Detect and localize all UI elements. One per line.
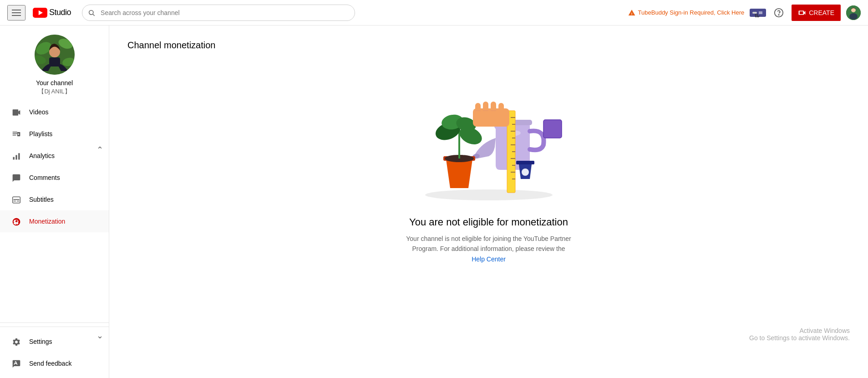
tubebuddy-banner[interactable]: ! TubeBuddy Sign-in Required, Click Here [628, 9, 745, 16]
search-icon [82, 9, 101, 16]
camera-icon [798, 9, 806, 17]
svg-rect-30 [18, 153, 20, 159]
sidebar-item-feedback[interactable]: Send feedback [0, 352, 109, 374]
sidebar-item-playlists[interactable]: Playlists [0, 123, 109, 145]
channel-avatar[interactable] [35, 35, 75, 75]
sidebar-item-analytics-label: Analytics [29, 152, 55, 159]
sidebar-divider [0, 327, 109, 327]
sidebar-item-monetization-label: Monetization [29, 218, 65, 225]
create-label: CREATE [809, 9, 834, 16]
tubebuddy-dropdown-icon [758, 10, 763, 15]
svg-rect-24 [13, 133, 17, 134]
help-button[interactable] [772, 5, 786, 20]
analytics-icon [11, 151, 22, 160]
svg-rect-63 [491, 102, 496, 112]
subtitles-icon [11, 194, 22, 204]
video-icon [11, 107, 22, 117]
sidebar-item-settings[interactable]: Settings [0, 331, 109, 352]
svg-point-2 [89, 10, 93, 14]
tubebuddy-text: TubeBuddy Sign-in Required, Click Here [638, 9, 745, 16]
svg-rect-25 [13, 134, 16, 135]
layout: Your channel 【Dj ANIL】 ⌃ Videos Playlist… [0, 26, 868, 378]
monetization-content: You are not eligible for monetization Yo… [127, 65, 850, 264]
question-icon [774, 8, 784, 18]
avatar-icon [846, 5, 861, 20]
page-title: Channel monetization [127, 40, 850, 51]
sidebar-item-feedback-label: Send feedback [29, 360, 71, 367]
channel-name: Your channel [36, 79, 73, 87]
dollar-icon [11, 216, 22, 226]
header-left: Studio [7, 5, 71, 20]
svg-point-40 [522, 169, 529, 176]
sidebar-item-playlists-label: Playlists [29, 130, 52, 138]
sidebar-nav: Videos Playlists Analytics [0, 101, 109, 322]
svg-line-3 [93, 14, 95, 16]
svg-rect-32 [13, 200, 16, 201]
svg-rect-28 [13, 157, 15, 159]
playlist-icon [11, 129, 22, 138]
svg-point-35 [425, 189, 553, 200]
monetization-illustration [402, 74, 575, 202]
svg-rect-64 [498, 103, 504, 112]
svg-point-13 [849, 13, 858, 20]
sidebar-item-subtitles-label: Subtitles [29, 196, 54, 203]
search-bar[interactable] [82, 5, 355, 21]
tubebuddy-menu-button[interactable]: tb [750, 9, 766, 17]
sidebar: Your channel 【Dj ANIL】 ⌃ Videos Playlist… [0, 26, 109, 378]
studio-logo-text: Studio [49, 8, 71, 17]
comments-icon [11, 173, 22, 182]
header-right: ! TubeBuddy Sign-in Required, Click Here… [628, 5, 861, 21]
create-button[interactable]: CREATE [792, 5, 841, 21]
svg-rect-34 [17, 200, 20, 201]
sidebar-item-videos-label: Videos [29, 108, 49, 116]
illustration-svg [402, 74, 575, 202]
sidebar-item-subtitles[interactable]: Subtitles [0, 189, 109, 210]
logo[interactable]: Studio [33, 8, 71, 18]
main-content: Channel monetization [109, 26, 868, 378]
svg-point-10 [779, 14, 779, 15]
svg-rect-39 [516, 161, 534, 164]
scroll-up-button[interactable]: ⌃ [95, 144, 105, 156]
svg-rect-68 [543, 120, 562, 138]
channel-info: Your channel 【Dj ANIL】 [0, 26, 109, 101]
sidebar-item-monetization[interactable]: Monetization [0, 210, 109, 232]
scroll-down-button[interactable]: ⌄ [95, 330, 105, 342]
svg-rect-23 [13, 132, 17, 133]
channel-avatar-image [35, 35, 75, 75]
feedback-icon [11, 358, 22, 368]
header: Studio ! TubeBuddy Sign-in Required, Cli… [0, 0, 868, 26]
sidebar-item-comments[interactable]: Comments [0, 167, 109, 189]
sidebar-item-analytics[interactable]: Analytics [0, 145, 109, 167]
settings-icon [11, 337, 22, 346]
sidebar-bottom: Settings Send feedback [0, 322, 109, 378]
sidebar-item-settings-label: Settings [29, 338, 52, 345]
help-center-link[interactable]: Help Center [472, 255, 506, 263]
channel-handle: 【Dj ANIL】 [38, 87, 70, 96]
avatar[interactable] [846, 5, 861, 20]
youtube-logo-icon [33, 8, 47, 18]
svg-rect-62 [483, 102, 488, 112]
svg-text:!: ! [631, 11, 632, 15]
not-eligible-title: You are not eligible for monetization [409, 216, 568, 228]
not-eligible-desc: Your channel is not eligible for joining… [393, 234, 584, 264]
sidebar-item-comments-label: Comments [29, 174, 60, 181]
search-input[interactable] [101, 9, 355, 16]
svg-rect-22 [13, 109, 19, 115]
svg-rect-33 [13, 199, 19, 200]
hamburger-menu[interactable] [7, 5, 25, 20]
warning-icon: ! [628, 9, 635, 16]
svg-rect-29 [15, 155, 17, 159]
sidebar-item-videos[interactable]: Videos [0, 101, 109, 123]
